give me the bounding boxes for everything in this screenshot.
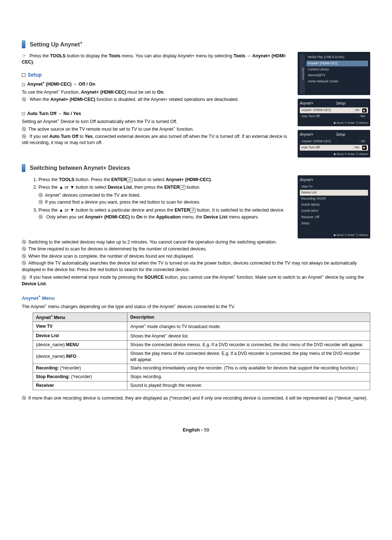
osd-application-menu: Application Media Play (USB & DLNA) Anyn… [298,52,370,95]
osd-item: View TV [300,184,368,190]
anynet-menu-intro: The Anynet+ menu changes depending on th… [22,303,370,310]
opt1-note: When the Anynet+ (HDMI-CEC) function is … [22,97,293,103]
osd-title: Anynet+Setup [300,101,368,106]
opt2-desc: Setting an Anynet+ Device to turn Off au… [22,118,293,125]
step-1: Press the TOOLS button. Press the ENTER⏎… [38,177,293,183]
table-header: Anynet+ Menu Description [33,312,370,322]
osd-footer: ◆ Move ⏎ Enter ⮌ Return [300,232,368,237]
osd-item: Content Library [306,67,368,73]
step-3: Press the ▲ or ▼ button to select a part… [38,207,293,221]
osd-row-sel: Anynet+ (HDMI-CEC): On▶ [300,107,368,113]
osd-item: Home Network Centre [306,79,368,85]
table-row: View TVAnynet+ mode changes to TV broadc… [33,322,370,331]
table-row: (device_name) MENUShows the connected de… [33,341,370,349]
osd-item: Setup [300,221,368,226]
heading-bar-icon [22,40,25,48]
osd-item-sel: Device List [300,190,368,196]
osd-device-list: Anynet+ View TV Device List Recording: D… [298,175,370,238]
osd-row: Auto Turn Off: Yes [300,114,368,119]
right-arrow-icon: ▶ [362,146,367,150]
intro-line: Press the TOOLS button to display the To… [22,53,293,66]
note-switch-time: Switching to the selected devices may ta… [22,239,370,246]
table-row: ReceiverSound is played through the rece… [33,381,370,390]
osd-sidebar-label: Application [300,54,305,94]
step2-note2: If you cannot find a device you want, pr… [38,199,293,206]
table-row: Stop Recording: (*recorder)Stops recordi… [33,373,370,381]
heading-bar-icon [22,164,25,172]
opt1-label: Anynet+ (HDMI-CEC) → Off / On [22,81,293,88]
heading-text: Setting Up Anynet+ [30,40,82,49]
anynet-menu-table: Anynet+ Menu Description View TVAnynet+ … [33,312,370,390]
osd-item: Media Play (USB & DLNA) [306,54,368,60]
osd-item-hl: Anynet+ (HDMI-CEC) [306,61,368,66]
th-menu: Anynet+ Menu [33,312,127,322]
osd-footer: ◆ Move ⏎ Enter ⮌ Return [300,151,368,156]
osd-item: Recording: DVDR [300,196,368,202]
square-bullet-icon [22,112,25,115]
opt2-label: Auto Turn Off → No / Yes [22,111,293,117]
osd-row-sel: Auto Turn Off: Yes▶ [300,145,368,151]
osd-item: Receiver: Off [300,214,368,220]
enter-icon: ⏎ [180,185,185,190]
opt1-desc: To use the Anynet+ Function, Anynet+ (HD… [22,89,293,96]
opt2-note1: The active source on the TV remote must … [22,126,293,133]
enter-icon: ⏎ [127,177,132,182]
right-arrow-icon: ▶ [362,109,367,112]
osd-item: DVDR MENU [300,202,368,208]
setup-subheading: Setup [22,71,293,79]
osd-title: Anynet+Setup [300,132,368,137]
table-row: (device_name) INFOShows the play menu of… [33,349,370,364]
enter-icon: ⏎ [190,208,196,213]
table-row: Recording: (*recorder)Starts recording i… [33,364,370,373]
th-desc: Description [127,312,370,322]
section-heading-setting-up: Setting Up Anynet+ [22,40,370,49]
step3-note: Only when you set Anynet+ (HDMI-CEC) to … [38,214,293,221]
page-footer: English - 59 [22,427,370,433]
table-row: Device ListShows the Anynet+ device list… [33,331,370,341]
osd-setup-menu-2: Anynet+Setup Anynet+ (HDMI-CEC): On Auto… [298,130,370,158]
opt2-note2: If you set Auto Turn Off to Yes, connect… [22,134,293,146]
osd-item: Internet@TV [306,73,368,78]
step2-note1: Anynet+ devices connected to the TV are … [38,192,293,199]
step-2: Press the ▲ or ▼ button to select Device… [38,184,293,206]
note-auto-search: Although the TV automatically searches t… [22,260,370,273]
osd-item: DVDR INFO [300,208,368,214]
osd-brand: Anynet+ [300,177,368,183]
checkbox-icon [22,73,25,77]
anynet-menu-heading: Anynet+ Menu [22,294,370,302]
osd-setup-menu-1: Anynet+Setup Anynet+ (HDMI-CEC): On▶ Aut… [298,99,370,126]
square-bullet-icon [22,83,25,86]
osd-footer: ◆ Move ⏎ Enter ⮌ Return [300,120,368,125]
note-scan-time: The time required to scan for devices is… [22,246,370,253]
section-heading-switching: Switching between Anynet+ Devices [22,164,370,172]
note-scan-count: When the device scan is complete, the nu… [22,253,370,260]
heading-text: Switching between Anynet+ Devices [30,164,130,172]
note-source: If you have selected external input mode… [22,274,370,287]
table-footnote: If more than one recording device is con… [22,395,370,402]
osd-row: Anynet+ (HDMI-CEC): On [300,139,368,144]
